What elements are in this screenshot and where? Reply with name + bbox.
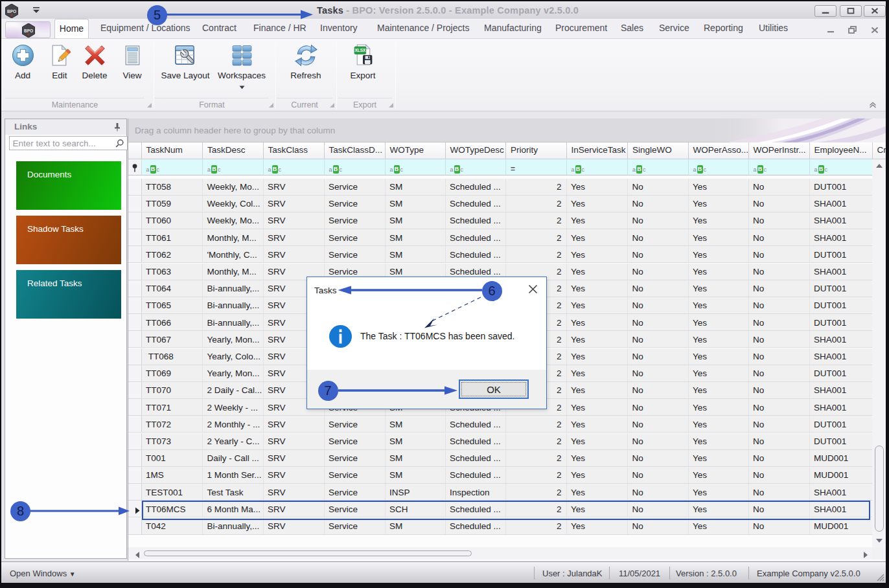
svg-text:BPO: BPO — [24, 28, 33, 33]
svg-text:XLSX: XLSX — [354, 48, 365, 52]
